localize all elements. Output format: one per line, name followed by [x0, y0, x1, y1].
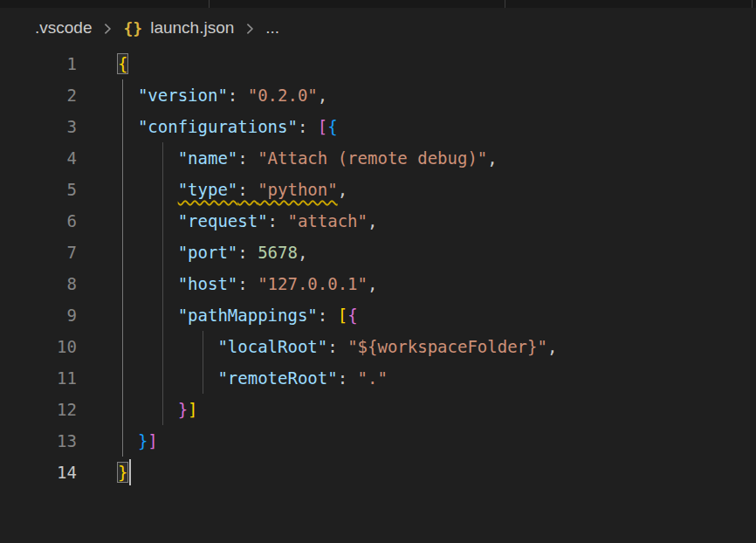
code-line[interactable]: }] — [118, 425, 756, 457]
breadcrumb-item-symbol[interactable]: ... — [265, 18, 279, 38]
code-token: , — [298, 243, 307, 262]
breadcrumb-item-folder[interactable]: .vscode — [35, 18, 92, 38]
line-number[interactable]: 6 — [0, 205, 77, 237]
code-token: "version" — [138, 86, 228, 105]
code-line[interactable]: } — [118, 457, 756, 488]
code-token: { — [327, 117, 337, 136]
line-number[interactable]: 12 — [0, 394, 77, 425]
line-number[interactable]: 5 — [0, 174, 77, 205]
matched-bracket: } — [118, 463, 127, 482]
code-token: , — [547, 337, 557, 356]
code-token: "name" — [178, 148, 238, 168]
code-line[interactable]: "pathMappings": [{ — [118, 299, 756, 331]
code-token: ] — [148, 431, 157, 450]
code-token: "remoteRoot" — [217, 368, 337, 388]
line-number[interactable]: 7 — [0, 237, 77, 268]
tab-bar — [0, 0, 756, 8]
line-number[interactable]: 1 — [0, 48, 77, 79]
code-token: "attach" — [287, 211, 368, 230]
code-token — [118, 368, 217, 388]
code-token: : — [237, 243, 258, 262]
code-token — [118, 211, 178, 230]
code-token — [118, 400, 178, 419]
code-token: } — [138, 431, 148, 450]
code-line[interactable]: "localRoot": "${workspaceFolder}", — [118, 331, 756, 362]
code-token: : — [298, 117, 318, 136]
line-number[interactable]: 2 — [0, 79, 77, 111]
code-token: : — [237, 148, 258, 168]
text-cursor — [129, 459, 131, 485]
warning-squiggle: "type": "python" — [178, 180, 338, 199]
code-line[interactable]: }] — [118, 394, 756, 425]
code-token: "127.0.0.1" — [258, 274, 368, 293]
code-token — [118, 86, 138, 105]
code-token: "type" — [178, 180, 238, 199]
breadcrumb: .vscode {} launch.json ... — [0, 8, 756, 48]
code-token: "${workspaceFolder}" — [347, 337, 547, 356]
code-token — [118, 117, 138, 136]
code-token: [ — [318, 117, 327, 136]
tab-separator — [505, 0, 505, 8]
chevron-right-icon — [100, 21, 115, 37]
code-token: 5678 — [258, 243, 298, 262]
code-token: : — [327, 337, 347, 356]
code-token: , — [487, 148, 497, 168]
code-token: , — [318, 86, 327, 105]
line-number[interactable]: 4 — [0, 142, 77, 174]
code-lines: { "version": "0.2.0", "configurations": … — [118, 48, 756, 488]
code-token: : — [228, 86, 248, 105]
code-line[interactable]: "type": "python", — [118, 174, 756, 205]
code-token: } — [178, 400, 188, 419]
code-line[interactable]: "request": "attach", — [118, 205, 756, 237]
code-token — [118, 180, 178, 199]
breadcrumb-item-file[interactable]: launch.json — [150, 18, 234, 38]
code-line[interactable]: "port": 5678, — [118, 237, 756, 268]
code-token: , — [368, 211, 377, 230]
line-number[interactable]: 14 — [0, 457, 77, 488]
code-token: , — [338, 180, 347, 199]
code-token: "." — [358, 368, 388, 388]
code-token: ] — [188, 400, 197, 419]
code-token: : — [268, 211, 288, 230]
code-token: "configurations" — [138, 117, 298, 136]
code-token: , — [368, 274, 377, 293]
gutter: 1234567891011121314 — [0, 48, 77, 488]
code-token — [118, 243, 178, 262]
code-token: "python" — [258, 180, 338, 199]
code-line[interactable]: { — [118, 48, 756, 79]
code-token: "0.2.0" — [248, 86, 318, 105]
line-number[interactable]: 11 — [0, 362, 77, 394]
code-token: { — [347, 306, 357, 325]
matched-bracket: { — [118, 54, 127, 73]
code-token: : — [318, 306, 338, 325]
chevron-right-icon — [242, 21, 258, 37]
code-token — [118, 431, 138, 450]
code-token: "Attach (remote debug)" — [258, 148, 487, 168]
line-number[interactable]: 10 — [0, 331, 77, 362]
code-token: "host" — [178, 274, 238, 293]
code-token: [ — [338, 306, 347, 325]
code-token — [118, 148, 178, 168]
code-token: "port" — [178, 243, 238, 262]
code-token — [118, 274, 178, 293]
line-number[interactable]: 3 — [0, 111, 77, 142]
code-token: "pathMappings" — [178, 306, 318, 325]
line-number[interactable]: 8 — [0, 268, 77, 299]
tab-separator — [752, 0, 753, 8]
editor: 1234567891011121314 { "version": "0.2.0"… — [0, 48, 756, 543]
code-line[interactable]: "host": "127.0.0.1", — [118, 268, 756, 299]
code-line[interactable]: "name": "Attach (remote debug)", — [118, 142, 756, 174]
code-token: : — [237, 180, 258, 199]
code-line[interactable]: "configurations": [{ — [118, 111, 756, 142]
line-number[interactable]: 9 — [0, 299, 77, 331]
line-number[interactable]: 13 — [0, 425, 77, 457]
json-file-icon: {} — [123, 19, 142, 38]
code-token — [118, 337, 217, 356]
code-token: "localRoot" — [217, 337, 327, 356]
code-token — [118, 306, 178, 325]
code-line[interactable]: "version": "0.2.0", — [118, 79, 756, 111]
code-area[interactable]: { "version": "0.2.0", "configurations": … — [118, 48, 756, 543]
code-token: : — [237, 274, 258, 293]
code-line[interactable]: "remoteRoot": "." — [118, 362, 756, 394]
code-token: : — [338, 368, 358, 388]
